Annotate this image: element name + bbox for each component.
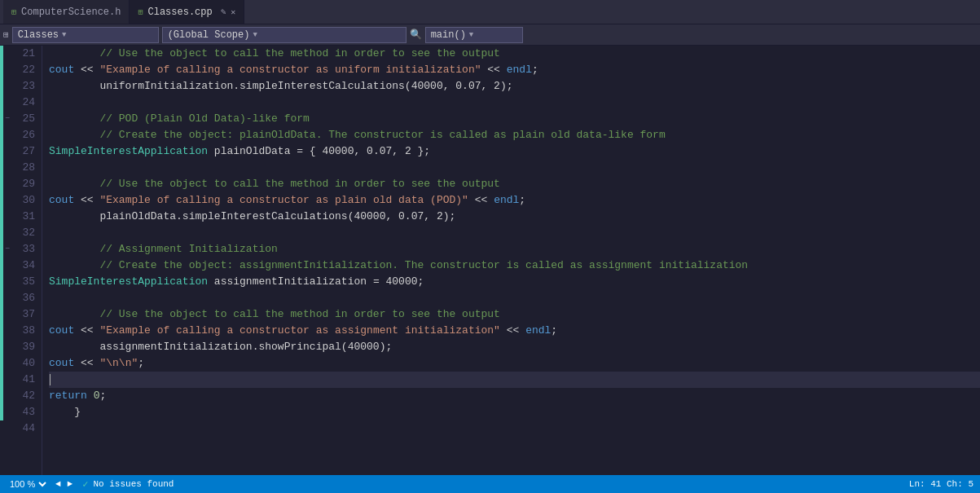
line-number-41: 41 (3, 372, 42, 388)
code-line-40[interactable]: cout << "\n\n"; (49, 355, 980, 372)
classes-dropdown[interactable]: Classes ▼ (12, 27, 159, 43)
tab-computerscienceh[interactable]: ⊞ ComputerScience.h (3, 0, 130, 24)
scope-label: (Global Scope) (168, 29, 250, 41)
line-numbers: 21222324−2526272829303132−33343536373839… (3, 46, 42, 475)
code-line-26[interactable]: // Create the object: plainOldData. The … (49, 127, 980, 143)
toolbar: ⊞ Classes ▼ (Global Scope) ▼ 🔍 main() ▼ (0, 24, 980, 46)
line-number-27: 27 (3, 143, 42, 160)
tab-icon-h: ⊞ (11, 7, 16, 17)
code-line-43[interactable]: } (49, 404, 980, 420)
line-number-28: 28 (3, 160, 42, 176)
code-line-37[interactable]: // Use the object to call the method in … (49, 306, 980, 323)
tab-label-cpp: Classes.cpp (147, 7, 212, 18)
classes-icon: ⊞ (3, 29, 9, 40)
code-line-42[interactable]: return 0; (49, 388, 980, 404)
zoom-select[interactable]: 100 % 75 % 125 % (7, 478, 49, 490)
code-line-38[interactable]: cout << "Example of calling a constructo… (49, 323, 980, 339)
line-number-40: 40 (3, 355, 42, 372)
line-number-24: 24 (3, 95, 42, 111)
classes-label: Classes (18, 29, 59, 41)
line-number-35: 35 (3, 274, 42, 290)
scroll-left-icon[interactable]: ◄ (55, 479, 61, 489)
func-dropdown[interactable]: main() ▼ (425, 27, 523, 43)
code-line-32[interactable] (49, 225, 980, 241)
code-line-24[interactable] (49, 95, 980, 111)
scope-dropdown-arrow: ▼ (253, 31, 257, 39)
code-line-35[interactable]: SimpleInterestApplication assignmentInit… (49, 274, 980, 290)
code-line-31[interactable]: plainOldData.simpleInterestCalculations(… (49, 209, 980, 225)
code-line-22[interactable]: cout << "Example of calling a constructo… (49, 62, 980, 78)
code-line-30[interactable]: cout << "Example of calling a constructo… (49, 192, 980, 209)
code-line-29[interactable]: // Use the object to call the method in … (49, 176, 980, 192)
search-icon: 🔍 (410, 29, 422, 41)
code-line-27[interactable]: SimpleInterestApplication plainOldData =… (49, 143, 980, 160)
tab-label-h: ComputerScience.h (21, 7, 121, 18)
code-line-36[interactable] (49, 290, 980, 306)
line-number-30: 30 (3, 192, 42, 209)
line-number-34: 34 (3, 258, 42, 274)
line-number-23: 23 (3, 78, 42, 95)
line-number-42: 42 (3, 388, 42, 404)
line-number-36: 36 (3, 290, 42, 306)
issues-section: ✓ No issues found (82, 478, 174, 491)
line-number-39: 39 (3, 339, 42, 355)
code-line-44[interactable] (49, 420, 980, 437)
line-number-33: −33 (3, 241, 42, 258)
code-line-21[interactable]: // Use the object to call the method in … (49, 46, 980, 62)
position-label: Ln: 41 Ch: 5 (909, 479, 973, 489)
code-line-33[interactable]: // Assignment Initialization (49, 241, 980, 258)
status-right: Ln: 41 Ch: 5 (909, 479, 973, 489)
line-number-44: 44 (3, 420, 42, 437)
line-number-32: 32 (3, 225, 42, 241)
line-number-29: 29 (3, 176, 42, 192)
func-label: main() (431, 29, 466, 41)
title-bar: ⊞ ComputerScience.h ⊞ Classes.cpp ✎ ✕ (0, 0, 980, 24)
tab-icon-cpp: ⊞ (138, 7, 143, 17)
scope-dropdown[interactable]: (Global Scope) ▼ (162, 27, 407, 43)
line-number-38: 38 (3, 323, 42, 339)
tab-close-cpp[interactable]: ✕ (231, 7, 235, 17)
line-number-31: 31 (3, 209, 42, 225)
code-area[interactable]: // Use the object to call the method in … (42, 46, 980, 475)
code-line-41[interactable] (49, 372, 980, 388)
code-container: 21222324−2526272829303132−33343536373839… (0, 46, 980, 475)
code-line-25[interactable]: // POD (Plain Old Data)-like form (49, 111, 980, 127)
scroll-right-icon[interactable]: ► (68, 479, 73, 489)
line-number-26: 26 (3, 127, 42, 143)
issues-label: No issues found (93, 479, 174, 489)
issues-icon: ✓ (82, 478, 88, 491)
status-left: 100 % 75 % 125 % ◄ ► (7, 478, 73, 490)
line-number-43: 43 (3, 404, 42, 420)
collapse-icon-33[interactable]: − (5, 241, 10, 258)
code-line-23[interactable]: uniformInitialization.simpleInterestCalc… (49, 78, 980, 95)
line-number-25: −25 (3, 111, 42, 127)
collapse-icon-25[interactable]: − (5, 111, 10, 127)
line-number-22: 22 (3, 62, 42, 78)
status-bar: 100 % 75 % 125 % ◄ ► ✓ No issues found L… (0, 475, 980, 493)
func-dropdown-arrow: ▼ (469, 31, 473, 39)
line-number-37: 37 (3, 306, 42, 323)
tab-classescpp[interactable]: ⊞ Classes.cpp ✎ ✕ (130, 0, 244, 24)
line-number-21: 21 (3, 46, 42, 62)
code-line-28[interactable] (49, 160, 980, 176)
code-line-39[interactable]: assignmentInitialization.showPrincipal(4… (49, 339, 980, 355)
code-line-34[interactable]: // Create the object: assignmentInitiali… (49, 258, 980, 274)
classes-dropdown-arrow: ▼ (62, 31, 66, 39)
